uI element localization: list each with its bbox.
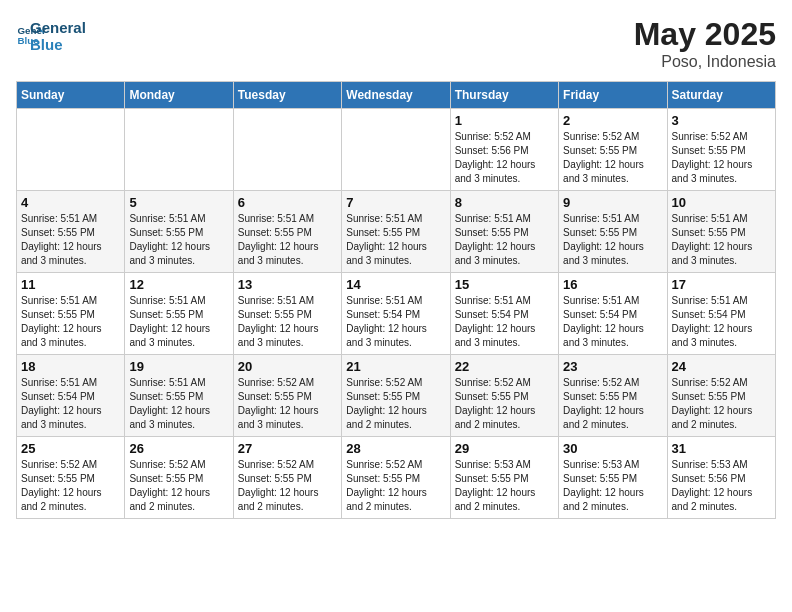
calendar-cell: 30Sunrise: 5:53 AM Sunset: 5:55 PM Dayli… — [559, 437, 667, 519]
calendar-week-5: 25Sunrise: 5:52 AM Sunset: 5:55 PM Dayli… — [17, 437, 776, 519]
day-detail: Sunrise: 5:53 AM Sunset: 5:56 PM Dayligh… — [672, 458, 771, 514]
day-detail: Sunrise: 5:51 AM Sunset: 5:55 PM Dayligh… — [238, 212, 337, 268]
day-detail: Sunrise: 5:51 AM Sunset: 5:55 PM Dayligh… — [129, 376, 228, 432]
logo-blue: Blue — [30, 37, 86, 54]
calendar-cell: 8Sunrise: 5:51 AM Sunset: 5:55 PM Daylig… — [450, 191, 558, 273]
calendar-cell: 26Sunrise: 5:52 AM Sunset: 5:55 PM Dayli… — [125, 437, 233, 519]
day-number: 4 — [21, 195, 120, 210]
page-header: General Blue General Blue May 2025 Poso,… — [16, 16, 776, 71]
day-detail: Sunrise: 5:51 AM Sunset: 5:54 PM Dayligh… — [672, 294, 771, 350]
calendar-cell: 13Sunrise: 5:51 AM Sunset: 5:55 PM Dayli… — [233, 273, 341, 355]
day-number: 26 — [129, 441, 228, 456]
day-number: 10 — [672, 195, 771, 210]
day-detail: Sunrise: 5:52 AM Sunset: 5:55 PM Dayligh… — [346, 376, 445, 432]
calendar-cell: 1Sunrise: 5:52 AM Sunset: 5:56 PM Daylig… — [450, 109, 558, 191]
weekday-header-wednesday: Wednesday — [342, 82, 450, 109]
day-number: 31 — [672, 441, 771, 456]
calendar-cell: 12Sunrise: 5:51 AM Sunset: 5:55 PM Dayli… — [125, 273, 233, 355]
day-number: 24 — [672, 359, 771, 374]
day-number: 16 — [563, 277, 662, 292]
calendar-cell: 2Sunrise: 5:52 AM Sunset: 5:55 PM Daylig… — [559, 109, 667, 191]
weekday-header-thursday: Thursday — [450, 82, 558, 109]
day-number: 6 — [238, 195, 337, 210]
day-detail: Sunrise: 5:51 AM Sunset: 5:55 PM Dayligh… — [346, 212, 445, 268]
day-detail: Sunrise: 5:51 AM Sunset: 5:54 PM Dayligh… — [563, 294, 662, 350]
calendar-cell: 21Sunrise: 5:52 AM Sunset: 5:55 PM Dayli… — [342, 355, 450, 437]
day-detail: Sunrise: 5:52 AM Sunset: 5:55 PM Dayligh… — [455, 376, 554, 432]
day-number: 13 — [238, 277, 337, 292]
day-number: 7 — [346, 195, 445, 210]
day-number: 21 — [346, 359, 445, 374]
logo-general: General — [30, 20, 86, 37]
day-detail: Sunrise: 5:51 AM Sunset: 5:55 PM Dayligh… — [238, 294, 337, 350]
day-detail: Sunrise: 5:51 AM Sunset: 5:55 PM Dayligh… — [563, 212, 662, 268]
calendar-table: SundayMondayTuesdayWednesdayThursdayFrid… — [16, 81, 776, 519]
day-detail: Sunrise: 5:52 AM Sunset: 5:55 PM Dayligh… — [238, 376, 337, 432]
day-detail: Sunrise: 5:53 AM Sunset: 5:55 PM Dayligh… — [563, 458, 662, 514]
day-detail: Sunrise: 5:52 AM Sunset: 5:55 PM Dayligh… — [346, 458, 445, 514]
day-number: 27 — [238, 441, 337, 456]
day-number: 11 — [21, 277, 120, 292]
day-number: 3 — [672, 113, 771, 128]
day-detail: Sunrise: 5:52 AM Sunset: 5:55 PM Dayligh… — [238, 458, 337, 514]
day-number: 22 — [455, 359, 554, 374]
day-detail: Sunrise: 5:52 AM Sunset: 5:55 PM Dayligh… — [672, 376, 771, 432]
day-detail: Sunrise: 5:52 AM Sunset: 5:55 PM Dayligh… — [563, 130, 662, 186]
calendar-cell — [125, 109, 233, 191]
weekday-header-sunday: Sunday — [17, 82, 125, 109]
day-number: 17 — [672, 277, 771, 292]
day-number: 25 — [21, 441, 120, 456]
calendar-cell: 22Sunrise: 5:52 AM Sunset: 5:55 PM Dayli… — [450, 355, 558, 437]
calendar-cell: 18Sunrise: 5:51 AM Sunset: 5:54 PM Dayli… — [17, 355, 125, 437]
calendar-week-2: 4Sunrise: 5:51 AM Sunset: 5:55 PM Daylig… — [17, 191, 776, 273]
calendar-cell: 10Sunrise: 5:51 AM Sunset: 5:55 PM Dayli… — [667, 191, 775, 273]
title-block: May 2025 Poso, Indonesia — [634, 16, 776, 71]
day-detail: Sunrise: 5:51 AM Sunset: 5:55 PM Dayligh… — [21, 212, 120, 268]
calendar-cell: 6Sunrise: 5:51 AM Sunset: 5:55 PM Daylig… — [233, 191, 341, 273]
day-number: 19 — [129, 359, 228, 374]
calendar-cell: 28Sunrise: 5:52 AM Sunset: 5:55 PM Dayli… — [342, 437, 450, 519]
calendar-cell — [233, 109, 341, 191]
day-detail: Sunrise: 5:51 AM Sunset: 5:54 PM Dayligh… — [346, 294, 445, 350]
day-detail: Sunrise: 5:53 AM Sunset: 5:55 PM Dayligh… — [455, 458, 554, 514]
calendar-cell — [17, 109, 125, 191]
day-number: 14 — [346, 277, 445, 292]
day-number: 2 — [563, 113, 662, 128]
calendar-cell — [342, 109, 450, 191]
calendar-week-4: 18Sunrise: 5:51 AM Sunset: 5:54 PM Dayli… — [17, 355, 776, 437]
calendar-cell: 3Sunrise: 5:52 AM Sunset: 5:55 PM Daylig… — [667, 109, 775, 191]
calendar-cell: 14Sunrise: 5:51 AM Sunset: 5:54 PM Dayli… — [342, 273, 450, 355]
calendar-cell: 24Sunrise: 5:52 AM Sunset: 5:55 PM Dayli… — [667, 355, 775, 437]
day-number: 9 — [563, 195, 662, 210]
day-detail: Sunrise: 5:51 AM Sunset: 5:55 PM Dayligh… — [455, 212, 554, 268]
calendar-cell: 17Sunrise: 5:51 AM Sunset: 5:54 PM Dayli… — [667, 273, 775, 355]
day-number: 30 — [563, 441, 662, 456]
weekday-header-monday: Monday — [125, 82, 233, 109]
day-number: 23 — [563, 359, 662, 374]
day-detail: Sunrise: 5:51 AM Sunset: 5:55 PM Dayligh… — [21, 294, 120, 350]
logo: General Blue General Blue — [16, 16, 86, 53]
calendar-week-3: 11Sunrise: 5:51 AM Sunset: 5:55 PM Dayli… — [17, 273, 776, 355]
calendar-cell: 15Sunrise: 5:51 AM Sunset: 5:54 PM Dayli… — [450, 273, 558, 355]
day-detail: Sunrise: 5:52 AM Sunset: 5:55 PM Dayligh… — [21, 458, 120, 514]
calendar-cell: 11Sunrise: 5:51 AM Sunset: 5:55 PM Dayli… — [17, 273, 125, 355]
calendar-cell: 4Sunrise: 5:51 AM Sunset: 5:55 PM Daylig… — [17, 191, 125, 273]
calendar-cell: 29Sunrise: 5:53 AM Sunset: 5:55 PM Dayli… — [450, 437, 558, 519]
day-detail: Sunrise: 5:52 AM Sunset: 5:55 PM Dayligh… — [129, 458, 228, 514]
day-number: 28 — [346, 441, 445, 456]
calendar-cell: 19Sunrise: 5:51 AM Sunset: 5:55 PM Dayli… — [125, 355, 233, 437]
day-detail: Sunrise: 5:51 AM Sunset: 5:54 PM Dayligh… — [455, 294, 554, 350]
day-detail: Sunrise: 5:51 AM Sunset: 5:54 PM Dayligh… — [21, 376, 120, 432]
day-detail: Sunrise: 5:52 AM Sunset: 5:56 PM Dayligh… — [455, 130, 554, 186]
day-number: 5 — [129, 195, 228, 210]
day-number: 20 — [238, 359, 337, 374]
day-number: 29 — [455, 441, 554, 456]
calendar-cell: 9Sunrise: 5:51 AM Sunset: 5:55 PM Daylig… — [559, 191, 667, 273]
weekday-header-tuesday: Tuesday — [233, 82, 341, 109]
calendar-cell: 20Sunrise: 5:52 AM Sunset: 5:55 PM Dayli… — [233, 355, 341, 437]
calendar-cell: 5Sunrise: 5:51 AM Sunset: 5:55 PM Daylig… — [125, 191, 233, 273]
day-number: 12 — [129, 277, 228, 292]
day-number: 18 — [21, 359, 120, 374]
day-detail: Sunrise: 5:51 AM Sunset: 5:55 PM Dayligh… — [672, 212, 771, 268]
day-number: 15 — [455, 277, 554, 292]
